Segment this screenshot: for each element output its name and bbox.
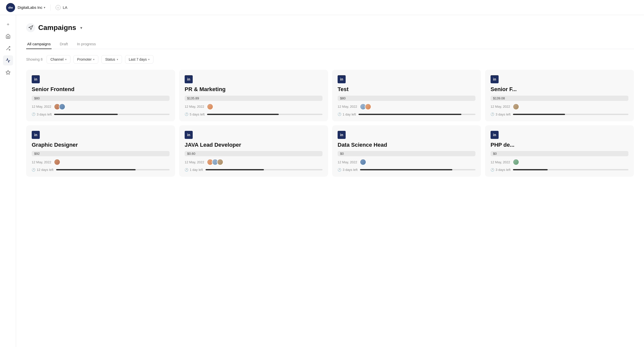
- campaign-card-pr-marketing[interactable]: in PR & Marketing $135.89 12 May, 2022 🕐…: [179, 70, 328, 121]
- campaign-title: Data Science Head: [338, 141, 475, 149]
- shuffle-icon[interactable]: [3, 43, 13, 53]
- campaigns-icon[interactable]: [3, 55, 13, 65]
- days-left: 🕐 3 days left: [491, 112, 510, 116]
- campaign-budget: $0: [491, 151, 628, 156]
- page-title: Campaigns: [38, 24, 76, 32]
- company-dropdown-icon[interactable]: ▾: [44, 6, 45, 9]
- page-title-dropdown-icon[interactable]: ▾: [80, 25, 82, 30]
- campaign-date: 12 May, 2022: [185, 160, 204, 164]
- campaign-avatars: [513, 159, 519, 165]
- campaign-date: 12 May, 2022: [338, 160, 357, 164]
- status-filter[interactable]: Status ▾: [101, 55, 122, 64]
- progress-fill: [513, 114, 565, 115]
- topbar: dlw DigitalLabs Inc ▾ ◎ LA: [0, 0, 644, 15]
- campaign-avatars: [207, 103, 213, 110]
- campaign-card-senior-f-partial[interactable]: in Senior F... $139.08 12 May, 2022 🕐 3 …: [485, 70, 634, 121]
- campaign-card-test[interactable]: in Test $80 12 May, 2022 🕐 1 day left: [332, 70, 481, 121]
- campaign-budget: $80: [338, 96, 475, 101]
- campaign-avatars: [207, 159, 223, 165]
- linkedin-icon: in: [491, 75, 499, 83]
- campaign-footer: 🕐 3 days left: [32, 112, 170, 116]
- progress-bar: [360, 169, 475, 170]
- campaign-footer: 🕐 1 day left: [338, 112, 475, 116]
- clock-icon: 🕐: [338, 168, 341, 172]
- campaign-date: 12 May, 2022: [491, 105, 510, 108]
- tab-all-campaigns[interactable]: All campaigns: [26, 39, 52, 49]
- showing-count: Showing 8: [26, 57, 43, 61]
- days-left: 🕐 3 days left: [32, 112, 52, 116]
- linkedin-icon: in: [185, 131, 193, 139]
- svg-marker-2: [6, 70, 10, 74]
- progress-bar: [513, 114, 628, 115]
- settings-icon[interactable]: [3, 67, 13, 78]
- days-left: 🕐 5 days left: [185, 112, 205, 116]
- days-left: 🕐 3 days left: [491, 168, 510, 172]
- campaign-footer: 🕐 3 days left: [491, 168, 628, 172]
- campaign-card-senior-frontend[interactable]: in Senior Frontend $80 12 May, 2022 🕐 3 …: [26, 70, 175, 121]
- avatar: [54, 159, 60, 165]
- company-name[interactable]: DigitalLabs Inc: [18, 5, 42, 10]
- campaign-footer: 🕐 12 days left: [32, 168, 170, 172]
- clock-icon: 🕐: [491, 112, 494, 116]
- avatar: [59, 103, 65, 110]
- clock-icon: 🕐: [32, 168, 35, 172]
- date-filter[interactable]: Last 7 days ▾: [125, 55, 154, 64]
- campaign-avatars: [360, 159, 366, 165]
- campaign-card-php-partial[interactable]: in PHP de... $0 12 May, 2022 🕐 3 days le…: [485, 125, 634, 177]
- campaign-footer: 🕐 3 days left: [338, 168, 475, 172]
- campaign-card-java-lead[interactable]: in JAVA Lead Developer $0.60 12 May, 202…: [179, 125, 328, 177]
- avatar: [513, 103, 519, 110]
- campaign-avatars: [360, 103, 371, 110]
- campaign-meta: 12 May, 2022: [338, 103, 475, 110]
- campaign-card-data-science[interactable]: in Data Science Head $0 12 May, 2022 🕐 3…: [332, 125, 481, 177]
- campaign-date: 12 May, 2022: [338, 105, 357, 108]
- location-selector[interactable]: ◎ LA: [56, 5, 67, 10]
- content-area: Campaigns ▾ All campaigns Draft In progr…: [16, 15, 644, 347]
- campaign-meta: 12 May, 2022: [185, 103, 323, 110]
- avatar: [360, 159, 366, 165]
- page-header: Campaigns ▾: [26, 23, 634, 32]
- campaign-budget: $139.08: [491, 96, 628, 101]
- campaign-footer: 🕐 5 days left: [185, 112, 323, 116]
- location-text: LA: [63, 5, 67, 10]
- campaign-title: PR & Marketing: [185, 86, 323, 93]
- days-left: 🕐 1 day left: [338, 112, 356, 116]
- campaign-avatars: [513, 103, 519, 110]
- filters-bar: Showing 8 Channel ▾ Promoter ▾ Status ▾ …: [26, 55, 634, 64]
- progress-bar: [513, 169, 628, 170]
- campaigns-grid: in Senior Frontend $80 12 May, 2022 🕐 3 …: [26, 70, 634, 177]
- progress-fill: [206, 169, 264, 170]
- campaign-title: Senior F...: [491, 86, 628, 93]
- linkedin-icon: in: [32, 75, 40, 83]
- company-logo[interactable]: dlw: [6, 3, 15, 12]
- avatar: [513, 159, 519, 165]
- promoter-filter[interactable]: Promoter ▾: [73, 55, 99, 64]
- days-left: 🕐 3 days left: [338, 168, 357, 172]
- add-icon[interactable]: ＋: [3, 19, 13, 29]
- campaign-footer: 🕐 1 day left: [185, 168, 323, 172]
- tab-in-progress[interactable]: In progress: [76, 39, 97, 49]
- campaign-budget: $80: [32, 96, 170, 101]
- clock-icon: 🕐: [338, 112, 341, 116]
- campaign-date: 12 May, 2022: [32, 160, 51, 164]
- channel-filter[interactable]: Channel ▾: [47, 55, 70, 64]
- days-left: 🕐 12 days left: [32, 168, 54, 172]
- campaign-footer: 🕐 3 days left: [491, 112, 628, 116]
- linkedin-icon: in: [32, 131, 40, 139]
- progress-fill: [207, 114, 278, 115]
- campaign-avatars: [54, 103, 65, 110]
- date-chevron-icon: ▾: [148, 58, 150, 61]
- tab-draft[interactable]: Draft: [59, 39, 69, 49]
- home-icon[interactable]: [3, 31, 13, 41]
- campaign-card-graphic-designer[interactable]: in Graphic Designer $92 12 May, 2022 🕐 1…: [26, 125, 175, 177]
- campaign-budget: $135.89: [185, 96, 323, 101]
- campaign-tabs: All campaigns Draft In progress: [26, 39, 634, 49]
- campaign-title: PHP de...: [491, 141, 628, 149]
- clock-icon: 🕐: [185, 168, 188, 172]
- campaign-avatars: [54, 159, 60, 165]
- progress-bar: [206, 169, 323, 170]
- campaign-meta: 12 May, 2022: [185, 159, 323, 165]
- campaign-title: Senior Frontend: [32, 86, 170, 93]
- linkedin-icon: in: [338, 75, 346, 83]
- avatar: [365, 103, 371, 110]
